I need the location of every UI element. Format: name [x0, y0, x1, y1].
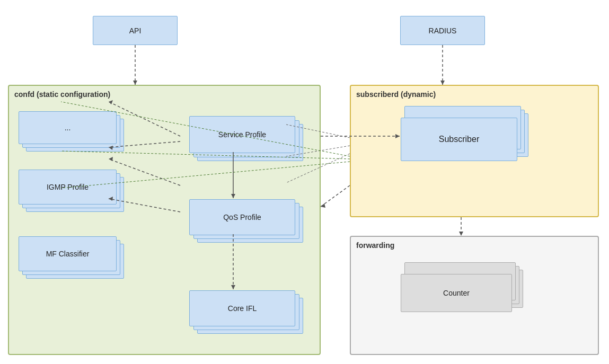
qos-profile-label: QoS Profile	[223, 213, 261, 221]
svg-marker-3	[440, 81, 445, 85]
svg-marker-1	[133, 81, 137, 85]
mf-classifier-label: MF Classifier	[46, 250, 90, 258]
api-label: API	[129, 26, 142, 35]
radius-label: RADIUS	[429, 26, 457, 35]
ellipsis-box: ...	[19, 111, 117, 144]
subscriber-label: Subscriber	[439, 135, 479, 144]
forwarding-label: forwarding	[356, 241, 394, 250]
counter-box: Counter	[401, 274, 512, 312]
service-profile-label: Service Profile	[218, 130, 266, 139]
subscriber-box: Subscriber	[401, 118, 517, 161]
radius-box: RADIUS	[400, 16, 485, 45]
mf-classifier-box: MF Classifier	[19, 236, 117, 271]
svg-line-18	[321, 185, 350, 207]
subscriberd-section: subscriberd (dynamic) Subscriber	[350, 85, 599, 217]
ellipsis-label: ...	[65, 123, 71, 132]
confd-label: confd (static configuration)	[14, 90, 110, 99]
forwarding-section: forwarding Counter	[350, 236, 599, 355]
igmp-profile-label: IGMP Profile	[47, 183, 89, 191]
diagram-container: API RADIUS confd (static configuration) …	[0, 0, 609, 364]
confd-section: confd (static configuration) ... IGMP Pr…	[8, 85, 321, 355]
igmp-profile-box: IGMP Profile	[19, 170, 117, 205]
core-ifl-label: Core IFL	[228, 304, 257, 313]
qos-profile-box: QoS Profile	[189, 199, 295, 235]
subscriberd-label: subscriberd (dynamic)	[356, 90, 436, 99]
counter-label: Counter	[443, 289, 470, 297]
api-box: API	[93, 16, 178, 45]
core-ifl-box: Core IFL	[189, 290, 295, 326]
svg-marker-19	[321, 203, 325, 208]
svg-marker-21	[459, 232, 463, 236]
service-profile-box: Service Profile	[189, 116, 295, 153]
